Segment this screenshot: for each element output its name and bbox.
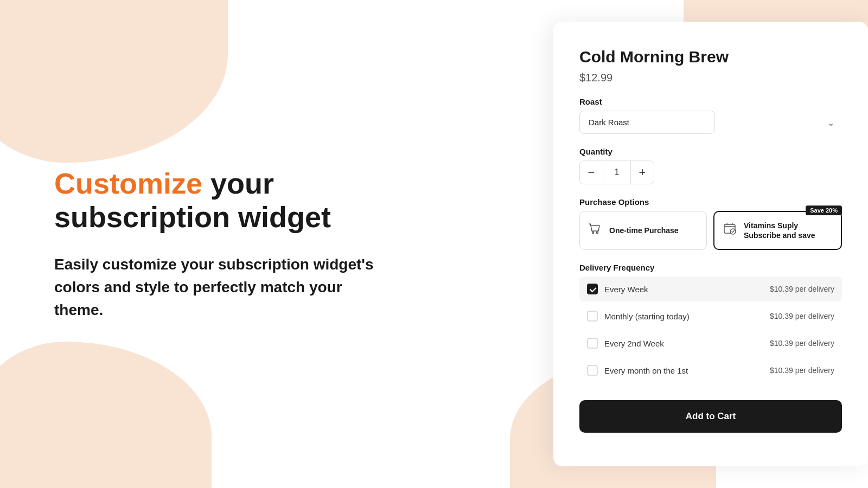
checkbox-monthly[interactable] bbox=[587, 311, 598, 322]
roast-dropdown-wrapper: Dark Roast Medium Roast Light Roast ⌄ bbox=[579, 111, 842, 134]
delivery-option-every-week[interactable]: Every Week $10.39 per delivery bbox=[579, 277, 842, 301]
delivery-option-left-3: Every 2nd Week bbox=[587, 338, 664, 349]
roast-select[interactable]: Dark Roast Medium Roast Light Roast bbox=[579, 111, 715, 134]
delivery-month-1st-price: $10.39 per delivery bbox=[770, 366, 834, 375]
purchase-options-section: Purchase Options One-time Purchase S bbox=[579, 197, 842, 250]
delivery-option-left-2: Monthly (starting today) bbox=[587, 311, 690, 322]
delivery-monthly-price: $10.39 per delivery bbox=[770, 312, 834, 320]
roast-label: Roast bbox=[579, 97, 842, 106]
save-badge: Save 20% bbox=[806, 206, 842, 215]
purchase-options-container: One-time Purchase Save 20% Vitamins Su bbox=[579, 211, 842, 250]
product-title: Cold Morning Brew bbox=[579, 48, 842, 66]
delivery-option-monthly[interactable]: Monthly (starting today) $10.39 per deli… bbox=[579, 304, 842, 329]
one-time-icon bbox=[588, 221, 603, 240]
delivery-option-month-1st[interactable]: Every month on the 1st $10.39 per delive… bbox=[579, 358, 842, 383]
quantity-control: − 1 + bbox=[579, 160, 842, 184]
left-section: Customize yoursubscription widget Easily… bbox=[0, 123, 553, 365]
checkbox-every-week[interactable] bbox=[587, 284, 598, 294]
delivery-month-1st-label: Every month on the 1st bbox=[604, 366, 688, 375]
svg-point-1 bbox=[597, 232, 598, 234]
product-price: $12.99 bbox=[579, 72, 842, 84]
checkbox-month-1st[interactable] bbox=[587, 365, 598, 376]
roast-section: Roast Dark Roast Medium Roast Light Roas… bbox=[579, 97, 842, 134]
quantity-section: Quantity − 1 + bbox=[579, 147, 842, 184]
product-card: Cold Morning Brew $12.99 Roast Dark Roas… bbox=[553, 22, 868, 466]
main-description: Easily customize your subscription widge… bbox=[54, 253, 391, 322]
delivery-option-left-1: Every Week bbox=[587, 284, 648, 294]
delivery-option-left-4: Every month on the 1st bbox=[587, 365, 688, 376]
subscribe-label: Vitamins SuplySubscribe and save bbox=[744, 221, 815, 240]
one-time-purchase-option[interactable]: One-time Purchase bbox=[579, 211, 707, 250]
quantity-increase-button[interactable]: + bbox=[630, 160, 654, 184]
delivery-frequency-section: Delivery Frequency Every Week $10.39 per… bbox=[579, 263, 842, 383]
delivery-monthly-label: Monthly (starting today) bbox=[604, 312, 690, 321]
page-layout: Customize yoursubscription widget Easily… bbox=[0, 0, 868, 488]
subscribe-save-option[interactable]: Save 20% Vitamins SuplySubscribe and sav… bbox=[713, 211, 842, 250]
delivery-options-list: Every Week $10.39 per delivery Monthly (… bbox=[579, 277, 842, 383]
one-time-label: One-time Purchase bbox=[609, 226, 679, 235]
delivery-every-week-price: $10.39 per delivery bbox=[770, 285, 834, 293]
svg-point-0 bbox=[592, 232, 594, 234]
subscribe-icon bbox=[722, 221, 737, 240]
main-headline: Customize yoursubscription widget bbox=[54, 166, 510, 234]
delivery-2nd-week-price: $10.39 per delivery bbox=[770, 339, 834, 348]
chevron-down-icon: ⌄ bbox=[827, 117, 834, 127]
quantity-value: 1 bbox=[603, 160, 630, 184]
purchase-options-label: Purchase Options bbox=[579, 197, 842, 207]
quantity-label: Quantity bbox=[579, 147, 842, 156]
delivery-frequency-label: Delivery Frequency bbox=[579, 263, 842, 272]
delivery-2nd-week-label: Every 2nd Week bbox=[604, 339, 664, 348]
delivery-option-every-2nd-week[interactable]: Every 2nd Week $10.39 per delivery bbox=[579, 331, 842, 356]
add-to-cart-button[interactable]: Add to Cart bbox=[579, 400, 842, 433]
headline-accent: Customize bbox=[54, 167, 202, 200]
quantity-decrease-button[interactable]: − bbox=[579, 160, 603, 184]
delivery-every-week-label: Every Week bbox=[604, 285, 648, 294]
checkbox-every-2nd-week[interactable] bbox=[587, 338, 598, 349]
